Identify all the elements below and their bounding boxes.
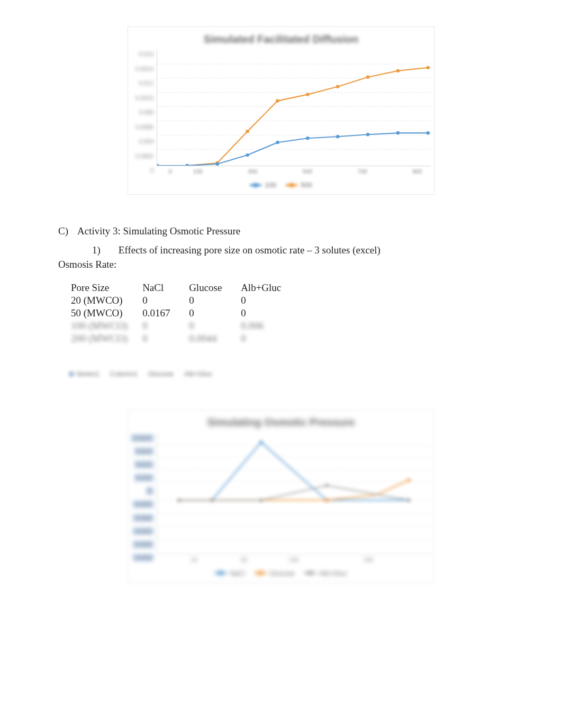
svg-point-44 xyxy=(407,478,411,481)
svg-point-15 xyxy=(396,69,400,72)
chart2-xaxis: 20 50 100 200 xyxy=(157,554,431,563)
xtick xyxy=(157,557,182,563)
top-legend-item: Alb+Gluc xyxy=(184,370,212,378)
chart2-series-glucose xyxy=(179,480,409,501)
legend-swatch-icon xyxy=(215,572,226,574)
legend-label: 500 xyxy=(301,181,312,189)
legend-item-nacl: NaCl xyxy=(215,569,245,577)
top-legend-label: Column1 xyxy=(110,370,138,378)
page: Simulated Facilitated Diffusion 0.016 0.… xyxy=(0,0,562,728)
cell: 0 xyxy=(189,295,241,307)
ytick: -0.016 xyxy=(133,541,153,548)
chart2-yaxis: 0.0016 0.014 0.012 0.010 0 -0.004 -0.008… xyxy=(131,433,157,563)
chart1-xaxis: 0 100 300 500 700 900 xyxy=(157,166,431,175)
cell: 0 xyxy=(142,295,189,307)
ytick: 0.012 xyxy=(139,80,153,86)
svg-point-46 xyxy=(210,498,214,502)
chart2-plotcol: 20 50 100 200 xyxy=(157,433,431,563)
svg-point-24 xyxy=(366,133,370,136)
xtick xyxy=(306,557,331,563)
ytick: 0.0016 xyxy=(131,434,153,442)
svg-point-45 xyxy=(177,498,181,502)
legend-item-albgluc: Alb+Gluc xyxy=(304,569,347,577)
legend-label: NaCl xyxy=(230,569,245,577)
table-row-header: Pore Size NaCl Glucose Alb+Gluc xyxy=(71,282,298,295)
section-heading: C) Activity 3: Simulating Osmotic Pressu… xyxy=(58,224,504,238)
xtick: 300 xyxy=(239,168,266,175)
xtick: 0 xyxy=(157,168,184,175)
chart1-plot: 0.016 0.0014 0.012 0.0010 0.008 0.0006 0… xyxy=(131,50,431,175)
section-subitem: 1) Effects of increasing pore size on os… xyxy=(92,243,504,257)
chart1-legend: 100 500 xyxy=(131,181,431,189)
chart-osmotic-pressure: Simulating Osmotic Pressure 0.0016 0.014… xyxy=(128,410,434,583)
svg-point-49 xyxy=(407,498,411,502)
xtick xyxy=(331,557,356,563)
section-subnumber: 1) xyxy=(92,243,101,257)
xtick: 100 xyxy=(281,557,306,563)
osmosis-rate-label: Osmosis Rate: xyxy=(58,258,504,271)
ytick: 0.004 xyxy=(139,138,153,144)
xtick: 500 xyxy=(294,168,321,175)
ytick: 0.012 xyxy=(134,461,153,468)
legend-item-100: 100 xyxy=(250,181,276,189)
chart2-top-legend: Series1 Column1 Glucose Alb+Gluc xyxy=(69,370,504,378)
data-table: Pore Size NaCl Glucose Alb+Gluc 20 (MWCO… xyxy=(71,282,298,345)
svg-point-16 xyxy=(427,66,430,69)
svg-point-21 xyxy=(276,141,279,144)
xtick xyxy=(376,168,403,175)
ytick: 0 xyxy=(146,487,153,495)
xtick: 700 xyxy=(349,168,376,175)
ytick: 0 xyxy=(150,167,153,174)
chart2-legend: NaCl Glucose Alb+Gluc xyxy=(131,569,431,577)
ytick: 0.008 xyxy=(139,109,153,115)
cell: 100 (MWCO) xyxy=(71,320,142,333)
section-title: Activity 3: Simulating Osmotic Pressure xyxy=(77,224,240,238)
gridlines xyxy=(157,64,431,149)
chart2-title: Simulating Osmotic Pressure xyxy=(131,416,431,429)
chart1-markers-100 xyxy=(157,131,430,166)
chart1-svg xyxy=(157,50,431,166)
ytick: 0.0014 xyxy=(135,66,153,72)
chart1-title: Simulated Facilitated Diffusion xyxy=(131,33,431,46)
legend-swatch-icon xyxy=(250,184,261,186)
ytick: 0.014 xyxy=(134,448,153,455)
top-legend-label: Alb+Gluc xyxy=(184,370,212,378)
xtick: 20 xyxy=(182,557,206,563)
cell: 0 xyxy=(241,307,298,320)
cell: 0.006 xyxy=(241,320,298,333)
cell: 0 xyxy=(241,295,298,307)
table-row-blurred: 100 (MWCO) 0 0 0.006 xyxy=(71,320,298,333)
cell: 0 xyxy=(189,320,241,333)
chart2-svg xyxy=(157,433,431,554)
xtick: 900 xyxy=(403,168,431,175)
cell: 0.0044 xyxy=(189,333,241,345)
cell: 0 xyxy=(142,333,189,345)
ytick: -0.012 xyxy=(133,527,153,535)
chart-facilitated-diffusion: Simulated Facilitated Diffusion 0.016 0.… xyxy=(128,26,434,195)
xtick xyxy=(381,557,406,563)
legend-swatch-icon xyxy=(304,572,316,574)
legend-swatch-icon xyxy=(286,184,297,186)
cell: 0 xyxy=(142,320,189,333)
svg-point-13 xyxy=(336,85,340,88)
section-letter: C) xyxy=(58,224,71,238)
xtick xyxy=(321,168,349,175)
xtick: 100 xyxy=(184,168,212,175)
table-row: 20 (MWCO) 0 0 0 xyxy=(71,295,298,307)
ytick: -0.004 xyxy=(133,501,153,508)
col-pore-size: Pore Size xyxy=(71,282,142,295)
col-nacl: NaCl xyxy=(142,282,189,295)
chart1-yaxis: 0.016 0.0014 0.012 0.0010 0.008 0.0006 0… xyxy=(131,50,157,175)
top-legend-label: Glucose xyxy=(148,370,174,378)
ytick: 0.0010 xyxy=(135,95,153,101)
chart1-series-500 xyxy=(157,68,428,166)
ytick: -0.020 xyxy=(133,554,153,561)
osmosis-table: Pore Size NaCl Glucose Alb+Gluc 20 (MWCO… xyxy=(71,282,504,345)
svg-point-17 xyxy=(157,164,159,166)
cell: 0 xyxy=(189,307,241,320)
top-legend-item: Column1 xyxy=(110,370,138,378)
chart1-area xyxy=(157,50,431,166)
xtick xyxy=(266,168,294,175)
legend-label: Glucose xyxy=(269,569,295,577)
xtick: 200 xyxy=(356,557,381,563)
